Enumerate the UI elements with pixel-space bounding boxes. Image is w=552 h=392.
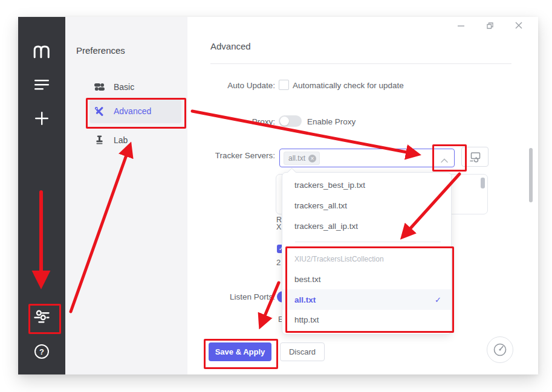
option-label: http.txt xyxy=(294,315,319,324)
sidebar-item-label: Basic xyxy=(114,82,134,92)
help-glyph: ? xyxy=(39,347,44,356)
main-content: Advanced Auto Update: Automatically chec… xyxy=(187,17,538,374)
auto-update-text[interactable]: Automatically check for update xyxy=(293,81,404,90)
dropdown-option[interactable]: trackers_all_ip.txt xyxy=(282,216,451,236)
discard-button[interactable]: Discard xyxy=(280,342,325,361)
motrix-logo xyxy=(18,42,65,60)
tag-label: all.txt xyxy=(288,154,305,162)
restore-button[interactable] xyxy=(485,21,495,30)
sync-trackers-button[interactable] xyxy=(461,147,489,167)
auto-update-checkbox[interactable] xyxy=(279,80,289,90)
minimize-button[interactable] xyxy=(456,21,466,30)
preferences-title: Preferences xyxy=(76,45,125,56)
save-apply-button[interactable]: Save & Apply xyxy=(209,342,271,361)
selected-tag: all.txt × xyxy=(284,152,320,165)
tracker-servers-label: Tracker Servers: xyxy=(187,151,275,160)
check-icon: ✓ xyxy=(435,295,441,304)
auto-update-label: Auto Update: xyxy=(187,81,275,90)
dropdown-option[interactable]: trackers_all.txt xyxy=(282,195,451,216)
basic-toggles-icon xyxy=(94,82,105,92)
option-label: trackers_best_ip.txt xyxy=(294,181,365,190)
sidebar-item-label: Advanced xyxy=(114,106,151,116)
tracker-dropdown: trackers_best_ip.txt trackers_all.txt tr… xyxy=(282,172,452,335)
listen-ports-label: Listen Ports: xyxy=(187,292,275,301)
tracker-servers-select[interactable]: all.txt × xyxy=(279,149,455,167)
close-icon[interactable] xyxy=(514,21,524,30)
preferences-panel: Preferences Basic A xyxy=(65,17,187,374)
page-title: Advanced xyxy=(210,41,251,51)
dropdown-option-selected[interactable]: all.txt ✓ xyxy=(282,289,451,310)
lab-stamp-icon xyxy=(94,135,105,146)
sidebar-item-label: Lab xyxy=(114,135,128,145)
option-label: best.txt xyxy=(294,275,321,284)
toggle-knob xyxy=(280,117,289,126)
option-label: all.txt xyxy=(294,295,316,304)
tag-remove-icon[interactable]: × xyxy=(308,155,316,162)
title-divider xyxy=(210,63,511,64)
obscured-text-fragment: X xyxy=(276,223,281,231)
proxy-text: Enable Proxy xyxy=(307,117,356,126)
motrix-preferences-window: ? Preferences Basic xyxy=(18,17,538,374)
proxy-toggle[interactable] xyxy=(279,115,302,127)
help-icon[interactable]: ? xyxy=(18,345,65,358)
sidebar-item-advanced[interactable]: Advanced xyxy=(89,99,181,123)
dropdown-divider xyxy=(295,242,441,242)
option-label: trackers_all.txt xyxy=(294,201,347,210)
preferences-icon[interactable] xyxy=(18,306,65,327)
app-sidebar: ? xyxy=(18,17,65,374)
obscured-text-fragment: 2 xyxy=(276,258,281,267)
proxy-label: Proxy: xyxy=(187,117,275,126)
option-label: trackers_all_ip.txt xyxy=(294,222,358,231)
dropdown-option[interactable]: http.txt xyxy=(282,309,451,330)
window-scrollbar[interactable] xyxy=(529,148,533,202)
sidebar-item-basic[interactable]: Basic xyxy=(89,75,181,99)
advanced-tools-icon xyxy=(94,106,105,117)
sidebar-item-lab[interactable]: Lab xyxy=(89,128,181,152)
task-list-icon[interactable] xyxy=(18,79,65,90)
textarea-scrollbar[interactable] xyxy=(481,178,485,188)
dropdown-option[interactable]: trackers_best_ip.txt xyxy=(282,175,451,195)
chevron-up-icon[interactable] xyxy=(441,155,448,165)
speed-test-button[interactable] xyxy=(487,336,513,363)
dropdown-option[interactable]: best.txt xyxy=(282,269,451,289)
add-task-icon[interactable] xyxy=(18,112,65,125)
dropdown-group-label: XIU2/TrackersListCollection xyxy=(294,255,384,263)
